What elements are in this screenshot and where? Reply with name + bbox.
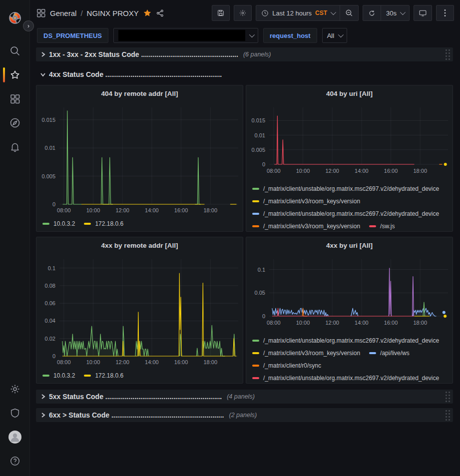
- datasource-variable-label[interactable]: DS_PROMETHEUS: [37, 28, 108, 43]
- tv-kiosk-button[interactable]: [414, 5, 432, 21]
- drag-handle-icon[interactable]: [445, 49, 451, 60]
- svg-text:14:00: 14:00: [355, 320, 369, 326]
- legend-label: /api/live/ws: [380, 350, 410, 357]
- page-title[interactable]: NGINX PROXY: [87, 9, 139, 17]
- save-dashboard-button[interactable]: [212, 5, 230, 21]
- legend-swatch: [252, 213, 259, 215]
- row-1xx-3xx-2xx[interactable]: 1xx - 3xx - 2xx Status Code ............…: [36, 47, 453, 61]
- sidebar-item-help[interactable]: [0, 449, 30, 473]
- svg-text:18:00: 18:00: [203, 207, 217, 213]
- sidebar-item-alerting[interactable]: [0, 135, 30, 159]
- legend-label: /_matrix/client/unstable/org.matrix.msc2…: [263, 210, 439, 217]
- legend-item[interactable]: 172.18.0.6: [84, 220, 123, 227]
- sidebar-item-search[interactable]: [0, 39, 30, 63]
- legend-item[interactable]: /_matrix/client/v3/room_keys/version: [252, 198, 360, 205]
- svg-text:0.05: 0.05: [255, 290, 265, 296]
- legend-row: /_matrix/client/unstable/org.matrix.msc2…: [252, 372, 453, 383]
- expand-sidebar-button[interactable]: ›: [23, 20, 34, 31]
- legend-item[interactable]: 10.0.3.2: [42, 220, 75, 227]
- legend-label: /_matrix/client/v3/room_keys/version: [263, 198, 360, 205]
- refresh-interval-button[interactable]: 30s: [381, 5, 409, 20]
- legend-item[interactable]: /_matrix/client/unstable/org.matrix.msc2…: [252, 337, 439, 344]
- legend-label: /sw.js: [380, 223, 395, 230]
- panel-title[interactable]: 404 by uri [All]: [246, 85, 453, 101]
- svg-text:0.005: 0.005: [251, 147, 265, 153]
- chart-panel: 4xx by remote addr [All]00.020.040.060.0…: [36, 237, 243, 384]
- zoom-out-button[interactable]: [340, 5, 358, 20]
- legend-row: /_matrix/client/unstable/org.matrix.msc2…: [252, 182, 453, 195]
- favorite-star-icon[interactable]: [143, 8, 152, 17]
- panel-title[interactable]: 4xx by remote addr [All]: [36, 237, 243, 253]
- legend-item[interactable]: /api/live/ws: [369, 350, 410, 357]
- kebab-menu-icon: [442, 9, 449, 17]
- svg-text:0.005: 0.005: [41, 173, 55, 179]
- drag-handle-icon[interactable]: [445, 391, 451, 402]
- legend-item[interactable]: /_matrix/client/unstable/org.matrix.msc2…: [252, 185, 439, 192]
- legend-label: 10.0.3.2: [53, 220, 75, 227]
- row-panel-count: (2 panels): [229, 412, 257, 419]
- legend-row: /_matrix/client/v3/room_keys/version/api…: [252, 347, 453, 359]
- more-options-button[interactable]: [436, 5, 454, 21]
- sidebar-item-dashboards[interactable]: [0, 87, 30, 111]
- breadcrumb-section[interactable]: General: [50, 9, 76, 17]
- svg-text:18:00: 18:00: [413, 168, 427, 174]
- sidebar-item-explore[interactable]: [0, 111, 30, 135]
- share-icon[interactable]: [156, 9, 164, 17]
- legend-label: 10.0.3.2: [53, 372, 75, 379]
- time-series-plot[interactable]: 00.0050.010.01508:0010:0012:0014:0016:00…: [36, 101, 243, 216]
- sidebar-item-configuration[interactable]: [0, 377, 30, 401]
- panel-legend: 10.0.3.2172.18.0.6: [36, 216, 243, 231]
- time-series-plot[interactable]: 00.0050.010.01508:0010:0012:0014:0016:00…: [246, 101, 453, 181]
- legend-item[interactable]: /_matrix/client/unstable/org.matrix.msc2…: [252, 375, 439, 382]
- sidebar-item-server-admin[interactable]: [0, 401, 30, 425]
- refresh-button[interactable]: [363, 5, 381, 20]
- chevron-down-icon: [331, 9, 336, 15]
- svg-text:16:00: 16:00: [174, 207, 188, 213]
- time-series-plot[interactable]: 00.020.040.060.080.108:0010:0012:0014:00…: [36, 253, 243, 368]
- time-series-plot[interactable]: 00.050.108:0010:0012:0014:0016:0018:00: [246, 253, 453, 333]
- grafana-logo-icon: [8, 11, 22, 25]
- chevron-right-icon: [40, 412, 46, 418]
- legend-item[interactable]: /_matrix/client/unstable/org.matrix.msc2…: [252, 210, 439, 217]
- svg-text:0: 0: [52, 201, 55, 207]
- legend-item[interactable]: 10.0.3.2: [42, 372, 75, 379]
- svg-text:0.015: 0.015: [251, 117, 265, 123]
- chevron-down-icon: [249, 32, 255, 37]
- panel-title[interactable]: 404 by remote addr [All]: [36, 85, 243, 101]
- svg-text:0.01: 0.01: [255, 132, 265, 138]
- legend-item[interactable]: /sw.js: [369, 223, 395, 230]
- sidebar-item-starred[interactable]: [0, 63, 30, 87]
- svg-text:0: 0: [52, 353, 55, 359]
- row-6xx[interactable]: 6xx > Status Code ......................…: [36, 408, 453, 422]
- legend-swatch: [42, 223, 49, 225]
- request-host-variable-label[interactable]: request_host: [263, 28, 317, 43]
- legend-row: /_matrix/client/v3/room_keys/version: [252, 195, 453, 207]
- legend-item[interactable]: /_matrix/client/v3/room_keys/version: [252, 350, 360, 357]
- row-title: 5xx Status Code ........................…: [49, 393, 222, 401]
- legend-item[interactable]: /_matrix/client/r0/sync: [252, 362, 321, 369]
- datasource-variable-select[interactable]: [113, 28, 258, 43]
- svg-text:12:00: 12:00: [325, 320, 339, 326]
- row-panel-count: (6 panels): [243, 51, 271, 58]
- row-4xx[interactable]: 4xx Status Code ........................…: [36, 67, 453, 81]
- svg-text:08:00: 08:00: [267, 320, 281, 326]
- svg-text:12:00: 12:00: [325, 168, 339, 174]
- panel-title[interactable]: 4xx by uri [All]: [246, 237, 453, 253]
- drag-handle-icon[interactable]: [445, 410, 451, 421]
- compass-icon: [9, 117, 20, 128]
- request-host-variable-select[interactable]: All: [322, 28, 347, 43]
- help-icon: [9, 456, 20, 467]
- sidebar-item-profile[interactable]: [0, 425, 30, 449]
- legend-item[interactable]: /_matrix/client/v3/room_keys/version: [252, 223, 360, 230]
- legend-item[interactable]: 172.18.0.6: [84, 372, 123, 379]
- time-range-button[interactable]: Last 12 hours CST: [256, 5, 340, 20]
- dashboard-settings-button[interactable]: [234, 5, 252, 21]
- shield-icon: [9, 408, 20, 419]
- legend-label: /_matrix/client/unstable/org.matrix.msc2…: [263, 375, 439, 382]
- legend-swatch: [252, 340, 259, 342]
- legend-label: /_matrix/client/unstable/org.matrix.msc2…: [263, 185, 439, 192]
- row-5xx[interactable]: 5xx Status Code ........................…: [36, 390, 453, 404]
- svg-text:08:00: 08:00: [267, 168, 281, 174]
- svg-text:12:00: 12:00: [115, 207, 129, 213]
- legend-swatch: [42, 375, 49, 377]
